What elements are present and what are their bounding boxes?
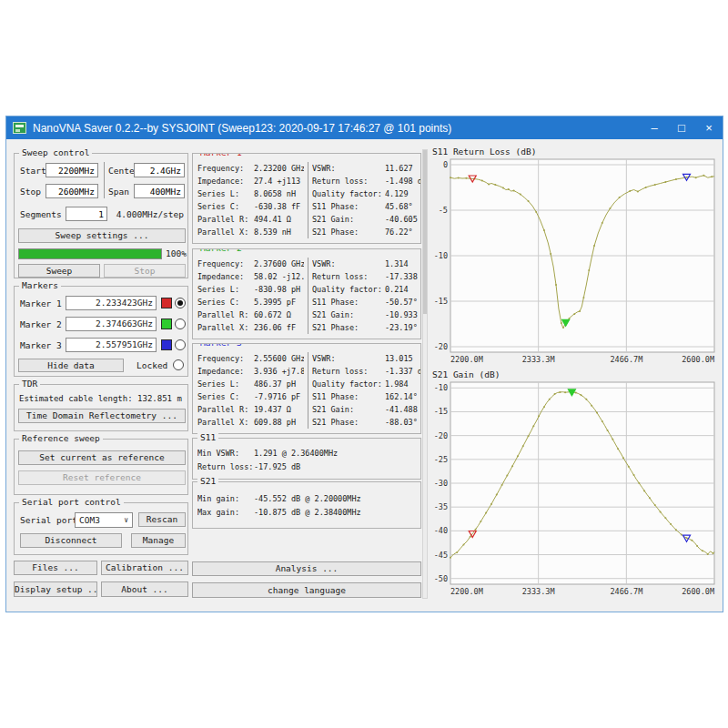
sweep-divider [104, 162, 105, 198]
detail-label: S11 Phase: [312, 391, 385, 403]
marker-2-frequency-input[interactable]: 2.374663GHz [66, 317, 157, 331]
data-point [502, 187, 504, 189]
sweep-settings-button[interactable]: Sweep settings ... [18, 228, 186, 243]
stop-sweep-button[interactable]: Stop [104, 264, 186, 278]
y-tick-label: -20 [434, 342, 448, 351]
detail-value: 162.14° [385, 391, 420, 403]
set-reference-button[interactable]: Set current as reference [18, 450, 186, 465]
about-button[interactable]: About ... [101, 581, 188, 597]
start-input[interactable] [46, 163, 98, 177]
y-tick-label: -35 [434, 502, 448, 511]
data-point [506, 475, 508, 477]
data-point [550, 253, 551, 255]
marker-2-color-swatch[interactable] [161, 318, 172, 329]
sweep-button[interactable]: Sweep [18, 264, 100, 278]
disconnect-button[interactable]: Disconnect [20, 533, 122, 548]
segments-input[interactable] [66, 207, 107, 221]
detail-value: -50.57° [385, 297, 420, 308]
span-input[interactable] [134, 184, 185, 198]
detail-value: 3.936 +j7.81 Ω [254, 366, 304, 378]
y-tick-label: -5 [439, 206, 448, 215]
detail-label: Quality factor: [312, 379, 385, 390]
data-point [511, 465, 513, 467]
serial-port-label: Serial port [20, 515, 77, 526]
detail-label: Parallel X: [197, 227, 254, 238]
serial-port-select[interactable]: COM3 ∨ [75, 512, 133, 528]
detail-value: 8.539 nH [254, 227, 304, 238]
marker-detail-divider [308, 352, 308, 429]
marker-3-label: Marker 3 [20, 340, 62, 351]
data-point [513, 190, 515, 192]
data-point [585, 399, 587, 400]
marker-2-right-row: Quality factor:0.214 [312, 284, 420, 296]
detail-label: Parallel X: [197, 322, 254, 334]
data-point [612, 439, 613, 440]
y-tick-label: -50 [434, 574, 448, 583]
analysis-button[interactable]: Analysis ... [192, 561, 421, 576]
chevron-down-icon: ∨ [124, 516, 132, 524]
data-point [645, 187, 647, 188]
marker-2-radio[interactable] [175, 318, 186, 329]
x-tick-label: 2333.3M [522, 587, 555, 596]
detail-value: 1.314 [385, 258, 420, 270]
maximize-button[interactable]: □ [668, 116, 695, 139]
change-language-button[interactable]: change language [192, 582, 421, 598]
marker-3-color-swatch[interactable] [161, 339, 172, 350]
data-point [622, 457, 624, 459]
data-point [654, 504, 656, 506]
center-input[interactable] [134, 163, 185, 177]
tdr-button[interactable]: Time Domain Reflectometry ... [18, 409, 186, 423]
x-tick-label: 2333.3M [522, 355, 555, 364]
data-point [543, 406, 545, 408]
marker-1-color-swatch[interactable] [161, 298, 172, 308]
detail-label: Impedance: [197, 366, 254, 378]
marker-2-detail-group: Marker 2Frequency:2.37600 GHzImpedance:5… [192, 248, 421, 339]
s21-info-group: S21 Min gain:-45.552 dB @ 2.20000MHz Max… [192, 481, 421, 529]
y-tick-label: -15 [434, 407, 448, 416]
data-point [643, 490, 645, 491]
stop-input[interactable] [46, 184, 98, 198]
marker-1-left-row: Frequency:2.23200 GHz [197, 163, 304, 175]
detail-label: Series L: [197, 188, 254, 200]
marker-3-right-row: S11 Phase:162.14° [312, 391, 420, 403]
marker-2-label: Marker 2 [20, 319, 62, 330]
detail-value: 58.02 -j12.4 Ω [254, 271, 304, 283]
title-bar[interactable]: NanoVNA Saver 0.2.2--by SYSJOINT (Sweep1… [6, 116, 723, 139]
data-point [532, 425, 534, 427]
s11-info-title: S11 [197, 432, 218, 443]
data-point [664, 517, 666, 519]
rescan-button[interactable]: Rescan [138, 512, 186, 527]
calibration-button[interactable]: Calibration ... [101, 561, 188, 575]
data-point [554, 393, 556, 395]
files-button[interactable]: Files ... [14, 561, 97, 575]
marker-1-radio[interactable] [175, 298, 186, 308]
locked-radio[interactable] [173, 359, 184, 370]
data-point [602, 420, 603, 422]
reset-reference-button[interactable]: Reset reference [18, 470, 186, 485]
hide-data-button[interactable]: Hide data [18, 359, 124, 372]
detail-value: -1.498 dB [385, 176, 420, 187]
minimize-button[interactable]: – [641, 116, 668, 139]
marker-3-radio[interactable] [175, 339, 186, 350]
s11-return-loss-chart[interactable]: 0-5-10-15-202200.0M2333.3M2466.7M2600.0M… [429, 147, 722, 367]
middle-scrollbar[interactable] [422, 149, 428, 599]
display-setup-button[interactable]: Display setup ... [14, 581, 97, 597]
s21-gain-chart[interactable]: -10-15-20-25-30-35-40-45-502200.0M2333.3… [429, 369, 722, 599]
data-point [528, 200, 530, 202]
x-tick-label: 2600.0M [682, 587, 714, 596]
marker-3-frequency-input[interactable]: 2.557951GHz [66, 338, 157, 352]
detail-value: 236.06 fF [254, 322, 304, 334]
data-point [450, 557, 451, 559]
marker-1-detail-group: Marker 1Frequency:2.23200 GHzImpedance:2… [192, 153, 421, 244]
y-tick-label: -10 [434, 251, 448, 260]
detail-value: -88.03° [385, 417, 420, 429]
marker-2-left-row: Series L:-830.98 pH [197, 284, 304, 296]
marker-1-frequency-input[interactable]: 2.233423GHz [66, 296, 157, 310]
data-point [485, 511, 487, 513]
detail-value: -17.338 dB [385, 271, 420, 283]
manage-button[interactable]: Manage [131, 533, 186, 548]
app-window: NanoVNA Saver 0.2.2--by SYSJOINT (Sweep1… [5, 116, 723, 612]
detail-label: Series L: [197, 284, 254, 296]
close-button[interactable]: × [695, 116, 723, 139]
data-point [564, 391, 566, 393]
